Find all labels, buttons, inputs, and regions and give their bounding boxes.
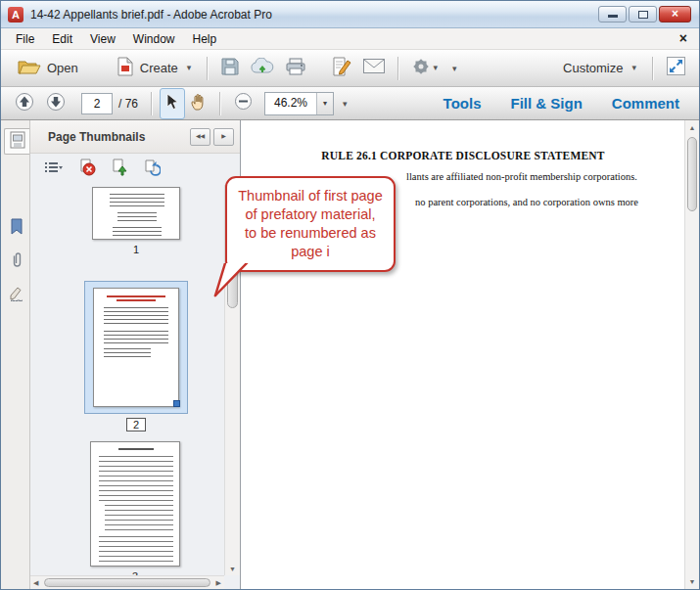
insert-pages-button[interactable] — [111, 159, 128, 180]
save-button[interactable] — [215, 53, 245, 84]
callout-annotation: Thumbnail of first page of prefatory mat… — [225, 176, 396, 272]
zoom-value-input[interactable]: 46.2% — [265, 93, 316, 114]
expand-panel-button[interactable]: ▶ — [213, 128, 234, 146]
callout-tail-pointer — [202, 263, 251, 300]
thumbnail-resize-handle[interactable] — [173, 400, 180, 407]
minimize-button[interactable] — [598, 6, 627, 23]
close-icon: × — [672, 7, 678, 21]
page-down-icon — [46, 92, 66, 115]
thumb1-text-lines — [113, 227, 162, 236]
thumbnail-page-2-selected[interactable] — [84, 281, 188, 414]
panel-toolbar — [30, 154, 240, 185]
print-button[interactable] — [280, 53, 311, 84]
document-scrollbar-thumb[interactable] — [687, 137, 697, 211]
scroll-down-icon[interactable]: ▼ — [685, 578, 699, 585]
attachments-tab[interactable] — [4, 250, 28, 274]
send-file-button[interactable] — [245, 53, 280, 83]
next-page-button[interactable] — [40, 87, 71, 120]
toolbar-separator — [652, 57, 654, 80]
customize-label: Customize — [563, 61, 623, 75]
maximize-button[interactable] — [629, 6, 657, 23]
page-thumbnails-icon — [10, 131, 25, 153]
bookmarks-tab[interactable] — [4, 216, 28, 241]
page-number-input[interactable]: 2 — [81, 93, 113, 114]
window-controls: × — [596, 6, 691, 23]
preferences-button[interactable]: ▾ — [406, 53, 443, 84]
panel-title: Page Thumbnails — [36, 130, 187, 144]
close-document-icon[interactable]: × — [679, 30, 687, 46]
zoom-control: 46.2% ▾ — [264, 92, 334, 115]
rotate-pages-button[interactable] — [143, 159, 161, 180]
page-1-label: 1 — [92, 244, 180, 255]
thumbnail-options-button[interactable] — [44, 160, 64, 178]
thumb2-text-lines — [104, 348, 151, 357]
options-list-icon — [44, 160, 64, 178]
menu-window[interactable]: Window — [124, 29, 184, 49]
thumb2-red-heading — [107, 295, 165, 297]
customize-button[interactable]: Customize ▾ — [554, 55, 645, 81]
cloud-upload-icon — [251, 58, 274, 78]
sign-document-icon — [333, 57, 351, 80]
thumb1-text-lines — [110, 194, 164, 207]
tab-tools[interactable]: Tools — [443, 95, 482, 112]
acrobat-logo-icon: A — [8, 7, 23, 23]
menu-view[interactable]: View — [81, 29, 124, 49]
signatures-tab[interactable] — [4, 283, 28, 307]
insert-page-icon — [111, 159, 128, 180]
thumb3-text-lines — [105, 505, 173, 532]
document-text-line: llants are affiliated non-profit members… — [406, 171, 637, 182]
document-text-line: no parent corporations, and no corporati… — [415, 197, 638, 207]
previous-page-button[interactable] — [9, 87, 40, 120]
scroll-up-icon[interactable]: ▲ — [685, 124, 699, 131]
gear-dropdown-icon: ▾ — [433, 64, 438, 72]
panel-hscrollbar-thumb[interactable] — [44, 578, 210, 587]
expand-arrows-icon — [667, 57, 685, 79]
open-button[interactable]: Open — [9, 52, 87, 84]
page-thumbnails-tab[interactable] — [4, 128, 29, 155]
save-icon — [221, 58, 239, 79]
scroll-left-icon[interactable]: ◀ — [33, 579, 38, 587]
select-tool-button[interactable] — [160, 88, 185, 119]
title-bar[interactable]: A 14-42 Appellants brief.pdf - Adobe Acr… — [1, 1, 699, 28]
panel-horizontal-scrollbar[interactable]: ◀ ▶ — [30, 575, 224, 589]
hand-tool-button[interactable] — [185, 88, 212, 119]
callout-text: page i — [291, 243, 330, 261]
more-tools-icon[interactable]: ▾ — [452, 64, 457, 73]
thumbnail-page-1[interactable] — [92, 187, 180, 240]
collapse-panel-button[interactable]: ◀◀ — [190, 128, 210, 146]
page-2-label-row: 2 — [84, 418, 188, 431]
scroll-down-icon[interactable]: ▼ — [225, 566, 240, 572]
thumbnail-page-2[interactable] — [93, 288, 179, 407]
zoom-out-icon — [234, 92, 253, 114]
delete-pages-button[interactable] — [78, 159, 96, 180]
thumb1-text-lines — [117, 212, 157, 222]
app-window: A 14-42 Appellants brief.pdf - Adobe Acr… — [0, 0, 700, 590]
thumb3-text-lines — [99, 536, 173, 562]
callout-text: to be renumbered as — [245, 224, 376, 243]
open-folder-icon — [18, 58, 41, 78]
thumbnail-page-3[interactable] — [90, 441, 180, 567]
menu-help[interactable]: Help — [184, 29, 226, 49]
menu-edit[interactable]: Edit — [43, 29, 81, 49]
more-zoom-tools-icon[interactable]: ▾ — [343, 99, 348, 109]
document-vertical-scrollbar[interactable]: ▲ ▼ — [684, 120, 699, 589]
reading-mode-button[interactable] — [661, 52, 691, 84]
open-label: Open — [47, 61, 78, 75]
email-button[interactable] — [357, 54, 391, 82]
printer-icon — [286, 58, 305, 79]
scroll-right-icon[interactable]: ▶ — [216, 579, 221, 587]
tab-comment[interactable]: Comment — [612, 95, 679, 112]
zoom-dropdown-icon[interactable]: ▾ — [316, 93, 333, 114]
sign-document-button[interactable] — [327, 52, 357, 85]
create-button[interactable]: Create ▾ — [109, 51, 201, 85]
zoom-out-button[interactable] — [228, 87, 258, 119]
close-button[interactable]: × — [659, 6, 691, 23]
main-toolbar: Open Create ▾ — [1, 50, 699, 87]
tab-fill-sign[interactable]: Fill & Sign — [510, 95, 582, 112]
thumb3-text-lines — [99, 456, 173, 501]
envelope-icon — [363, 59, 385, 77]
page-2-label: 2 — [126, 418, 146, 431]
page-thumbnails-panel: Page Thumbnails ◀◀ ▶ — [30, 120, 241, 589]
menu-file[interactable]: File — [7, 29, 43, 49]
callout-text: Thumbnail of first page — [238, 187, 383, 205]
